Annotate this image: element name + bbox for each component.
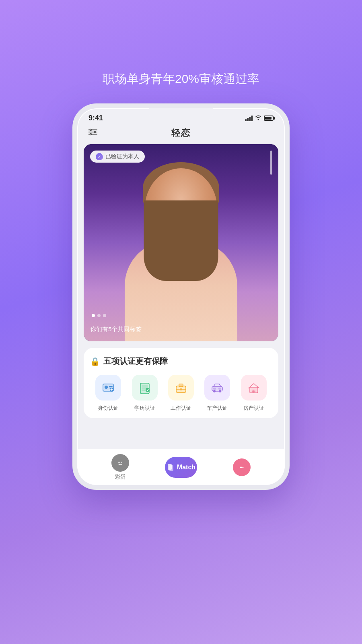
cert-title: 🔒 五项认证更有保障 <box>90 356 272 367</box>
nav-label-caidan: 彩蛋 <box>115 473 125 481</box>
cert-item-work: 工作认证 <box>168 375 194 412</box>
nav-item-match[interactable]: Match <box>165 457 197 478</box>
svg-rect-32 <box>218 388 221 390</box>
cert-item-education: 学历认证 <box>132 375 158 412</box>
cert-label-education: 学历认证 <box>134 405 155 412</box>
cert-item-car: 车产认证 <box>204 375 230 412</box>
cert-icon-work <box>168 375 194 400</box>
cert-icon-identity <box>95 375 121 400</box>
svg-point-44 <box>240 466 241 468</box>
caidan-icon[interactable] <box>111 454 129 472</box>
cert-label-property: 房产认证 <box>243 405 264 412</box>
top-subtitle: 职场单身青年20%审核通过率 <box>0 71 362 87</box>
slide-dot-3 <box>103 314 106 317</box>
signal-icon <box>245 116 253 121</box>
cert-icon-car <box>204 375 230 400</box>
svg-point-45 <box>241 466 243 468</box>
cert-panel: 🔒 五项认证更有保障 <box>84 348 278 418</box>
profile-image <box>84 144 278 341</box>
bottom-nav: 彩蛋 Match <box>77 449 285 485</box>
cert-label-work: 工作认证 <box>171 405 191 412</box>
app-header: 轻恋 <box>77 122 285 144</box>
svg-point-1 <box>90 134 92 135</box>
cert-title-icon: 🔒 <box>90 357 100 366</box>
status-icons <box>245 115 274 122</box>
verified-text: 已验证为本人 <box>105 153 139 160</box>
cert-icon-education <box>132 375 158 400</box>
slide-dot-1 <box>92 314 95 317</box>
app-title: 轻恋 <box>171 127 191 139</box>
chat-icon[interactable] <box>233 458 251 476</box>
svg-point-39 <box>118 462 120 463</box>
svg-point-11 <box>105 386 108 389</box>
battery-icon <box>264 116 274 121</box>
scroll-indicator <box>270 151 272 175</box>
slide-indicator <box>92 314 106 317</box>
svg-point-29 <box>213 390 216 392</box>
common-tags: 你们有5个共同标签 <box>90 326 142 333</box>
filter-icon[interactable] <box>88 128 97 139</box>
svg-point-38 <box>117 459 124 466</box>
svg-rect-23 <box>179 384 183 387</box>
person-hair-front <box>144 200 218 281</box>
status-time: 9:41 <box>88 114 103 122</box>
svg-rect-26 <box>180 388 182 390</box>
profile-card[interactable]: ✓ 已验证为本人 你们有5个共同标签 <box>84 144 278 341</box>
svg-rect-42 <box>169 465 173 471</box>
svg-point-0 <box>90 129 92 131</box>
svg-point-2 <box>95 131 96 133</box>
cert-items: 身份认证 学历认证 <box>90 375 272 412</box>
verified-badge: ✓ 已验证为本人 <box>90 151 145 163</box>
nav-item-chat[interactable] <box>233 458 251 476</box>
wifi-icon <box>255 115 261 122</box>
cert-icon-property <box>241 375 267 400</box>
svg-point-40 <box>121 462 122 463</box>
cert-title-text: 五项认证更有保障 <box>103 356 168 367</box>
cert-label-identity: 身份认证 <box>98 405 119 412</box>
phone-mockup: 9:41 <box>72 103 290 490</box>
cert-item-identity: 身份认证 <box>95 375 121 412</box>
svg-point-30 <box>219 390 221 392</box>
svg-rect-31 <box>213 388 216 390</box>
cert-item-property: 房产认证 <box>241 375 267 412</box>
svg-point-46 <box>243 466 244 468</box>
nav-item-caidan[interactable]: 彩蛋 <box>111 454 129 481</box>
match-label: Match <box>177 464 195 471</box>
cert-label-car: 车产认证 <box>207 405 228 412</box>
slide-dot-2 <box>97 314 101 317</box>
shield-icon: ✓ <box>96 153 103 160</box>
phone-notch <box>149 108 213 121</box>
